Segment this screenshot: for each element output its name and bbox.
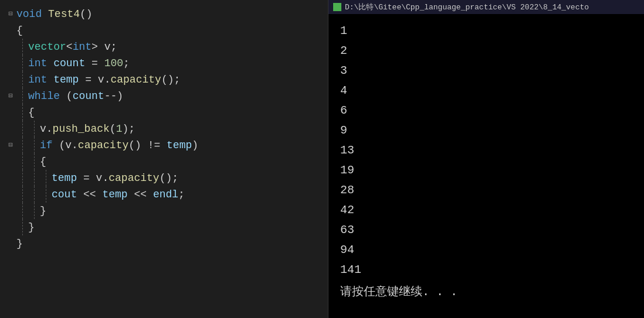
token bbox=[47, 57, 53, 69]
token: 1 bbox=[116, 123, 123, 135]
token: () bbox=[80, 8, 93, 20]
code-line: } bbox=[0, 235, 328, 252]
fold-indicator bbox=[5, 71, 16, 88]
token: { bbox=[28, 107, 35, 118]
fold-indicator bbox=[5, 219, 16, 235]
token: } bbox=[16, 238, 23, 249]
token: << bbox=[128, 189, 153, 200]
token: --) bbox=[104, 90, 123, 102]
token: { bbox=[16, 25, 23, 36]
code-line: vector<int> v; bbox=[0, 39, 328, 55]
token: > v; bbox=[91, 41, 117, 53]
fold-indicator bbox=[5, 22, 16, 39]
code-line: { bbox=[0, 104, 328, 121]
code-content: cout << temp << endl; bbox=[52, 186, 328, 203]
token: while bbox=[28, 90, 60, 102]
code-line: { bbox=[0, 153, 328, 170]
token: capacity bbox=[109, 172, 159, 184]
code-line: int temp = v.capacity(); bbox=[0, 71, 328, 88]
token: } bbox=[28, 221, 35, 233]
token: = v. bbox=[77, 172, 109, 184]
code-content: int count = 100; bbox=[28, 55, 328, 71]
code-content: int temp = v.capacity(); bbox=[28, 71, 328, 88]
indent-guide bbox=[16, 71, 28, 88]
token: } bbox=[40, 205, 46, 217]
fold-indicator bbox=[5, 121, 16, 137]
console-number: 28 bbox=[340, 180, 632, 200]
token: endl bbox=[153, 189, 178, 200]
token: count bbox=[73, 90, 104, 102]
token: << bbox=[77, 189, 102, 200]
token: temp bbox=[167, 139, 192, 151]
console-number: 9 bbox=[340, 121, 632, 141]
indent-guide bbox=[16, 203, 28, 219]
token: 100 bbox=[104, 57, 123, 69]
code-line: temp = v.capacity(); bbox=[0, 170, 328, 186]
code-line: ⊟if (v.capacity() != temp) bbox=[0, 137, 328, 153]
token: ) bbox=[192, 139, 198, 151]
code-line: v.push_back(1); bbox=[0, 121, 328, 137]
token: ; bbox=[178, 189, 185, 200]
token: ( bbox=[60, 90, 73, 102]
token: void bbox=[16, 8, 42, 20]
code-editor: ⊟void Test4(){vector<int> v;int count = … bbox=[0, 0, 328, 318]
code-content: v.push_back(1); bbox=[40, 121, 328, 137]
indent-guide bbox=[16, 121, 28, 137]
code-content: { bbox=[40, 153, 328, 170]
token: if bbox=[40, 139, 53, 151]
fold-indicator bbox=[5, 55, 16, 71]
indent-guide bbox=[16, 186, 28, 203]
console-number: 13 bbox=[340, 141, 632, 160]
token: () != bbox=[128, 139, 167, 151]
fold-indicator bbox=[5, 170, 16, 186]
fold-indicator bbox=[5, 235, 16, 252]
fold-indicator bbox=[5, 104, 16, 121]
code-content: { bbox=[28, 104, 328, 121]
indent-guide bbox=[28, 170, 40, 186]
console-number: 94 bbox=[340, 240, 632, 260]
indent-guide bbox=[28, 121, 40, 137]
token: int bbox=[28, 57, 47, 69]
token: (v. bbox=[53, 139, 78, 151]
console-titlebar: D:\比特\Gitee\Cpp_language_practice\VS 202… bbox=[328, 0, 644, 14]
console-icon bbox=[333, 3, 341, 11]
code-content: } bbox=[16, 235, 328, 252]
console-prompt: 请按任意键继续. . . bbox=[340, 282, 632, 302]
token: temp bbox=[102, 189, 127, 200]
indent-guide bbox=[16, 104, 28, 121]
indent-guide bbox=[16, 153, 28, 170]
token: count bbox=[53, 57, 85, 69]
console-number: 4 bbox=[340, 81, 632, 101]
console-number: 63 bbox=[340, 220, 632, 240]
token: = v. bbox=[79, 74, 110, 86]
token: < bbox=[66, 41, 73, 53]
fold-indicator: ⊟ bbox=[5, 88, 16, 104]
console-title: D:\比特\Gitee\Cpp_language_practice\VS 202… bbox=[345, 2, 589, 12]
console-number: 42 bbox=[340, 200, 632, 220]
code-line: } bbox=[0, 219, 328, 235]
code-content: } bbox=[28, 219, 328, 235]
indent-guide bbox=[16, 170, 28, 186]
code-content: temp = v.capacity(); bbox=[52, 170, 328, 186]
token: capacity bbox=[78, 139, 128, 151]
fold-indicator bbox=[5, 203, 16, 219]
fold-indicator bbox=[5, 39, 16, 55]
console-body: 123469131928426394141 请按任意键继续. . . bbox=[328, 14, 644, 318]
indent-guide bbox=[28, 186, 40, 203]
token bbox=[47, 74, 53, 86]
token: (); bbox=[161, 74, 180, 86]
code-content: { bbox=[16, 22, 328, 39]
console-number: 1 bbox=[340, 21, 632, 41]
code-line: ⊟while (count--) bbox=[0, 88, 328, 104]
token bbox=[42, 8, 48, 20]
code-content: void Test4() bbox=[16, 6, 328, 22]
indent-guide bbox=[28, 153, 40, 170]
token: v. bbox=[40, 123, 53, 135]
token: { bbox=[40, 156, 46, 167]
token: capacity bbox=[110, 74, 161, 86]
token: ( bbox=[110, 123, 116, 135]
indent-guide bbox=[28, 137, 40, 153]
console-number: 6 bbox=[340, 101, 632, 121]
indent-guide bbox=[40, 186, 52, 203]
console-panel: D:\比特\Gitee\Cpp_language_practice\VS 202… bbox=[328, 0, 644, 318]
